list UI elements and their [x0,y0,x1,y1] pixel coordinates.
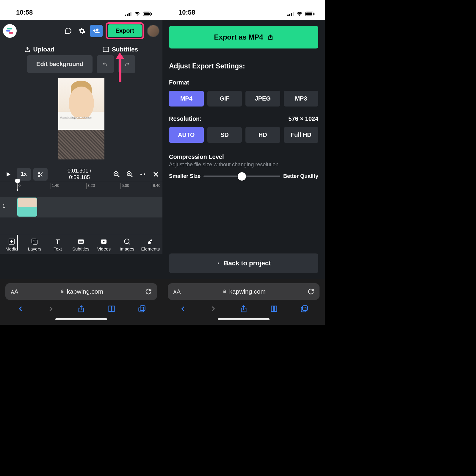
back-icon[interactable] [16,305,25,313]
url-bar[interactable]: ᴀA kapwing.com [5,283,157,300]
text-size-button[interactable]: ᴀA [173,288,181,295]
tab-images[interactable]: Images [118,238,136,251]
adjust-settings-title: Adjust Export Settings: [169,62,318,70]
share-icon[interactable] [77,305,85,313]
tab-layers[interactable]: Layers [26,238,43,251]
export-button[interactable]: Export [108,24,142,37]
export-button-highlight: Export [106,22,144,39]
tabs-icon[interactable] [300,305,309,313]
tabs-icon[interactable] [138,305,146,313]
upload-button[interactable]: Upload [24,46,54,53]
bookmarks-icon[interactable] [270,305,278,313]
timeline[interactable]: 1 [0,191,162,235]
text-icon [54,238,61,245]
tab-text[interactable]: Text [49,238,67,251]
ruler-tick: 0 [17,183,21,189]
media-icon [8,238,15,245]
url-text: kapwing.com [21,288,143,295]
compression-subtitle: Adjust the file size without changing re… [169,162,318,168]
tab-elements[interactable]: Elements [141,238,160,251]
svg-rect-2 [129,13,130,16]
slider-label-right: Better Quality [283,173,318,179]
back-icon[interactable] [179,305,187,313]
svg-rect-32 [301,307,306,312]
res-hd[interactable]: HD [245,127,280,143]
svg-rect-30 [314,13,314,15]
home-indicator [0,316,162,325]
tab-videos[interactable]: Videos [95,238,113,251]
svg-rect-5 [144,12,150,15]
compression-block: Compression Level Adjust the file size w… [169,154,318,179]
reload-icon[interactable] [308,288,314,295]
resolution-value: 576 × 1024 [288,115,318,122]
wifi-icon [134,12,140,16]
share-icon [267,34,273,40]
play-button[interactable] [2,168,14,180]
svg-rect-8 [104,50,106,50]
elements-icon [147,238,154,245]
res-auto[interactable]: AUTO [169,127,204,143]
settings-icon[interactable] [76,26,87,36]
user-avatar[interactable] [147,25,159,37]
timeline-clip[interactable] [17,198,37,217]
format-gif[interactable]: GIF [207,91,242,107]
bookmarks-icon[interactable] [107,305,116,313]
status-icons [287,12,315,16]
text-size-button[interactable]: ᴀA [11,288,18,295]
export-as-mp4-button[interactable]: Export as MP4 [169,26,318,48]
zoom-in-button[interactable] [124,169,135,180]
res-sd[interactable]: SD [207,127,242,143]
split-button[interactable] [33,168,48,181]
speed-button[interactable]: 1x [17,168,31,181]
edit-tools-row: Edit background [0,55,162,78]
invite-button[interactable] [90,25,103,37]
url-bar[interactable]: ᴀA kapwing.com [168,283,320,300]
svg-rect-31 [303,306,307,311]
svg-rect-22 [140,306,145,311]
secondary-toolbar: Upload Subtitles [0,42,162,55]
track-number: 1 [2,203,5,209]
tab-subtitles[interactable]: CC Subtitles [72,238,90,251]
compression-slider[interactable] [203,176,280,177]
svg-text:CC: CC [79,240,83,243]
format-mp3[interactable]: MP3 [284,91,319,107]
slider-thumb[interactable] [238,172,246,181]
share-icon[interactable] [239,305,248,313]
format-jpeg[interactable]: JPEG [245,91,280,107]
res-fullhd[interactable]: Full HD [284,127,319,143]
video-canvas: French village hors d'aman [58,78,104,159]
app-logo[interactable] [3,24,17,38]
format-options: MP4 GIF JPEG MP3 [169,91,318,107]
reload-icon[interactable] [145,288,152,295]
chat-icon[interactable] [63,26,73,36]
redo-button[interactable] [118,55,135,73]
slider-label-left: Smaller Size [169,173,201,179]
svg-rect-24 [287,15,289,16]
safari-nav [168,300,320,315]
right-screenshot: 10:58 Export as MP4 Adjust Export Settin… [162,0,325,325]
ruler-tick: 1:40 [51,183,59,189]
layers-icon [31,238,38,245]
svg-point-11 [38,175,40,176]
svg-rect-29 [306,12,312,15]
format-mp4[interactable]: MP4 [169,91,204,107]
video-preview[interactable]: French village hors d'aman [0,78,162,167]
ruler-tick: 5:00 [120,183,129,189]
timeline-ruler[interactable]: 0 1:40 3:20 5:00 6:40 [0,182,162,191]
subtitles-button[interactable]: Subtitles [103,46,138,53]
fit-button[interactable] [137,169,148,180]
zoom-out-button[interactable] [111,169,122,180]
svg-rect-6 [151,13,152,15]
undo-button[interactable] [97,55,114,73]
left-screenshot: 10:58 Export [0,0,162,325]
back-to-project-button[interactable]: Back to project [169,253,318,273]
redo-icon [123,62,130,67]
cellular-icon [287,12,294,16]
resolution-options: AUTO SD HD Full HD [169,127,318,143]
bottom-tabs: Media Layers Text CC Subtitles Videos Im… [0,235,162,254]
close-button[interactable] [151,169,161,180]
edit-background-button[interactable]: Edit background [27,55,93,73]
subtitles-icon [103,47,109,52]
time-display: 0:01.301 / 0:59.185 [50,168,109,181]
video-caption: French village hors d'aman [61,116,91,119]
